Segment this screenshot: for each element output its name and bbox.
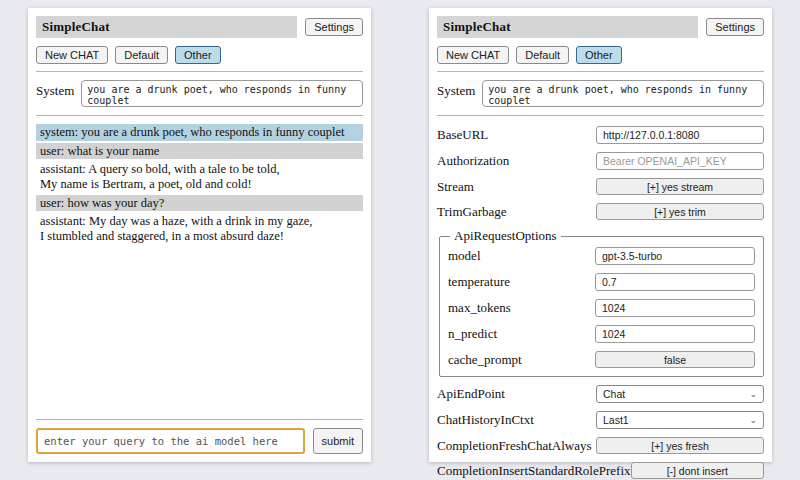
baseurl-input[interactable] xyxy=(596,126,764,144)
settings-field-label: TrimGarbage xyxy=(437,204,507,220)
settings-row: n_predict xyxy=(448,325,755,343)
new-chat-button[interactable]: New CHAT xyxy=(437,46,509,64)
system-row: System you are a drunk poet, who respond… xyxy=(36,80,363,107)
settings-field-label: CompletionInsertStandardRolePrefix xyxy=(437,463,631,479)
chat-message-user: user: what is your name xyxy=(36,143,363,160)
page: SimpleChat Settings New CHAT Default Oth… xyxy=(0,0,800,480)
settings-row: max_tokens xyxy=(448,299,755,317)
fieldset-legend: ApiRequestOptions xyxy=(450,228,561,244)
trimgarbage-toggle-button[interactable]: [+] yes trim xyxy=(596,203,764,220)
settings-button[interactable]: Settings xyxy=(706,18,764,36)
apiendpoint-select[interactable]: Chat⌄ xyxy=(596,385,764,403)
submit-button[interactable]: submit xyxy=(313,428,363,454)
session-other-button[interactable]: Other xyxy=(576,46,622,64)
chat-message-user: user: how was your day? xyxy=(36,195,363,212)
chat-log: system: you are a drunk poet, who respon… xyxy=(36,124,363,419)
chat-view-panel: SimpleChat Settings New CHAT Default Oth… xyxy=(28,8,371,462)
query-row: submit xyxy=(36,428,363,454)
settings-view-panel: SimpleChat Settings New CHAT Default Oth… xyxy=(429,8,772,462)
settings-field-label: CompletionFreshChatAlways xyxy=(437,438,592,454)
settings-row: TrimGarbage[+] yes trim xyxy=(437,203,764,220)
model-input[interactable] xyxy=(595,247,755,265)
settings-field-label: max_tokens xyxy=(448,300,511,316)
settings-field-label: ChatHistoryInCtxt xyxy=(437,412,534,428)
session-other-button[interactable]: Other xyxy=(175,46,221,64)
header: SimpleChat Settings xyxy=(437,16,764,38)
settings-field-label: ApiEndPoint xyxy=(437,386,505,402)
system-label: System xyxy=(36,80,74,99)
session-default-button[interactable]: Default xyxy=(115,46,168,64)
settings-field-label: n_predict xyxy=(448,326,497,342)
session-buttons: New CHAT Default Other xyxy=(36,46,363,64)
select-value: Chat xyxy=(603,388,625,400)
chat-message-assistant: assistant: A query so bold, with a tale … xyxy=(36,161,363,192)
temperature-input[interactable] xyxy=(595,273,755,291)
settings-row: model xyxy=(448,247,755,265)
settings-field-label: temperature xyxy=(448,274,510,290)
settings-row: temperature xyxy=(448,273,755,291)
divider xyxy=(36,71,363,72)
system-label: System xyxy=(437,80,475,99)
settings-form: BaseURLAuthorizationStream[+] yes stream… xyxy=(437,126,764,480)
chevron-down-icon: ⌄ xyxy=(749,416,757,425)
settings-row: Stream[+] yes stream xyxy=(437,178,764,195)
settings-field-label: model xyxy=(448,248,481,264)
app-title: SimpleChat xyxy=(437,16,698,38)
settings-field-label: Authorization xyxy=(437,153,509,169)
select-value: Last1 xyxy=(603,414,629,426)
header: SimpleChat Settings xyxy=(36,16,363,38)
session-default-button[interactable]: Default xyxy=(516,46,569,64)
settings-row: Authorization xyxy=(437,152,764,170)
session-buttons: New CHAT Default Other xyxy=(437,46,764,64)
settings-row: ApiEndPointChat⌄ xyxy=(437,385,764,403)
app-title: SimpleChat xyxy=(36,16,297,38)
query-input[interactable] xyxy=(36,428,305,454)
completionfreshchatalways-toggle-button[interactable]: [+] yes fresh xyxy=(596,437,764,454)
cache-prompt-toggle-button[interactable]: false xyxy=(595,351,755,368)
apirequestoptions-fieldset: ApiRequestOptionsmodeltemperaturemax_tok… xyxy=(439,228,764,377)
settings-row: CompletionFreshChatAlways[+] yes fresh xyxy=(437,437,764,454)
chathistoryinctxt-select[interactable]: Last1⌄ xyxy=(596,411,764,429)
system-row: System you are a drunk poet, who respond… xyxy=(437,80,764,107)
divider xyxy=(36,419,363,420)
completioninsertstandardroleprefix-toggle-button[interactable]: [-] dont insert xyxy=(631,462,764,479)
settings-row: CompletionInsertStandardRolePrefix[-] do… xyxy=(437,462,764,479)
chevron-down-icon: ⌄ xyxy=(749,390,757,399)
divider xyxy=(437,115,764,116)
stream-toggle-button[interactable]: [+] yes stream xyxy=(596,178,764,195)
settings-button[interactable]: Settings xyxy=(305,18,363,36)
chat-message-system: system: you are a drunk poet, who respon… xyxy=(36,124,363,141)
system-prompt-input[interactable]: you are a drunk poet, who responds in fu… xyxy=(81,80,363,107)
authorization-input[interactable] xyxy=(596,152,764,170)
n-predict-input[interactable] xyxy=(595,325,755,343)
settings-row: ChatHistoryInCtxtLast1⌄ xyxy=(437,411,764,429)
settings-row: cache_promptfalse xyxy=(448,351,755,368)
max-tokens-input[interactable] xyxy=(595,299,755,317)
divider xyxy=(437,71,764,72)
system-prompt-input[interactable]: you are a drunk poet, who responds in fu… xyxy=(482,80,764,107)
settings-field-label: cache_prompt xyxy=(448,352,522,368)
divider xyxy=(36,115,363,116)
settings-row: BaseURL xyxy=(437,126,764,144)
settings-field-label: Stream xyxy=(437,179,474,195)
settings-field-label: BaseURL xyxy=(437,127,488,143)
chat-message-assistant: assistant: My day was a haze, with a dri… xyxy=(36,213,363,244)
new-chat-button[interactable]: New CHAT xyxy=(36,46,108,64)
